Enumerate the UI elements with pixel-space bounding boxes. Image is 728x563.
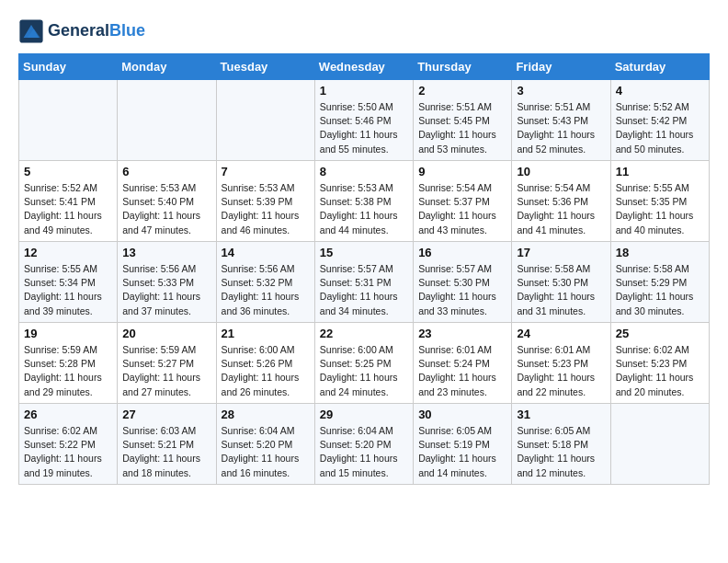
calendar-cell: 9Sunrise: 5:54 AM Sunset: 5:37 PM Daylig… xyxy=(414,161,512,242)
cell-detail: Sunrise: 5:51 AM Sunset: 5:43 PM Dayligh… xyxy=(517,100,605,156)
day-number: 15 xyxy=(320,246,408,259)
cell-detail: Sunrise: 5:59 AM Sunset: 5:27 PM Dayligh… xyxy=(122,343,210,399)
day-number: 14 xyxy=(222,246,310,259)
calendar-cell: 23Sunrise: 6:01 AM Sunset: 5:24 PM Dayli… xyxy=(414,323,512,404)
cell-detail: Sunrise: 5:54 AM Sunset: 5:37 PM Dayligh… xyxy=(418,181,506,237)
cell-detail: Sunrise: 6:04 AM Sunset: 5:20 PM Dayligh… xyxy=(222,424,310,480)
cell-detail: Sunrise: 6:00 AM Sunset: 5:26 PM Dayligh… xyxy=(222,343,310,399)
calendar-cell: 7Sunrise: 5:53 AM Sunset: 5:39 PM Daylig… xyxy=(216,161,314,242)
calendar-cell: 11Sunrise: 5:55 AM Sunset: 5:35 PM Dayli… xyxy=(610,161,709,242)
calendar-cell: 31Sunrise: 6:05 AM Sunset: 5:18 PM Dayli… xyxy=(512,404,610,485)
calendar-cell: 17Sunrise: 5:58 AM Sunset: 5:30 PM Dayli… xyxy=(512,242,610,323)
day-number: 21 xyxy=(222,327,310,340)
calendar-cell: 27Sunrise: 6:03 AM Sunset: 5:21 PM Dayli… xyxy=(118,404,216,485)
day-number: 1 xyxy=(320,84,408,98)
cell-detail: Sunrise: 6:00 AM Sunset: 5:25 PM Dayligh… xyxy=(320,343,408,399)
day-number: 2 xyxy=(418,84,506,98)
calendar-cell: 25Sunrise: 6:02 AM Sunset: 5:23 PM Dayli… xyxy=(610,323,709,404)
calendar-week-4: 19Sunrise: 5:59 AM Sunset: 5:28 PM Dayli… xyxy=(19,323,710,404)
day-number: 25 xyxy=(616,327,704,340)
weekday-header-tuesday: Tuesday xyxy=(216,54,314,80)
day-number: 11 xyxy=(616,165,704,178)
weekday-header-friday: Friday xyxy=(512,54,610,80)
cell-detail: Sunrise: 5:58 AM Sunset: 5:29 PM Dayligh… xyxy=(616,262,704,318)
cell-detail: Sunrise: 6:05 AM Sunset: 5:18 PM Dayligh… xyxy=(517,424,605,480)
calendar-cell: 2Sunrise: 5:51 AM Sunset: 5:45 PM Daylig… xyxy=(414,80,512,161)
weekday-header-wednesday: Wednesday xyxy=(314,54,413,80)
day-number: 13 xyxy=(122,246,210,259)
calendar-cell: 4Sunrise: 5:52 AM Sunset: 5:42 PM Daylig… xyxy=(610,80,709,161)
day-number: 30 xyxy=(418,408,506,421)
calendar-cell xyxy=(19,80,118,161)
cell-detail: Sunrise: 6:01 AM Sunset: 5:23 PM Dayligh… xyxy=(517,343,605,399)
day-number: 7 xyxy=(222,165,310,178)
weekday-header-thursday: Thursday xyxy=(414,54,512,80)
calendar-cell: 14Sunrise: 5:56 AM Sunset: 5:32 PM Dayli… xyxy=(216,242,314,323)
calendar-cell xyxy=(216,80,314,161)
day-number: 17 xyxy=(517,246,605,259)
cell-detail: Sunrise: 6:04 AM Sunset: 5:20 PM Dayligh… xyxy=(320,424,408,480)
cell-detail: Sunrise: 5:56 AM Sunset: 5:33 PM Dayligh… xyxy=(122,262,210,318)
logo: GeneralBlue xyxy=(18,18,145,44)
day-number: 6 xyxy=(122,165,210,178)
calendar-week-5: 26Sunrise: 6:02 AM Sunset: 5:22 PM Dayli… xyxy=(19,404,710,485)
calendar-cell: 12Sunrise: 5:55 AM Sunset: 5:34 PM Dayli… xyxy=(19,242,118,323)
day-number: 28 xyxy=(222,408,310,421)
cell-detail: Sunrise: 5:55 AM Sunset: 5:34 PM Dayligh… xyxy=(24,262,112,318)
calendar-week-2: 5Sunrise: 5:52 AM Sunset: 5:41 PM Daylig… xyxy=(19,161,710,242)
calendar-cell: 6Sunrise: 5:53 AM Sunset: 5:40 PM Daylig… xyxy=(118,161,216,242)
day-number: 9 xyxy=(418,165,506,178)
day-number: 16 xyxy=(418,246,506,259)
cell-detail: Sunrise: 5:53 AM Sunset: 5:39 PM Dayligh… xyxy=(222,181,310,237)
calendar-cell: 20Sunrise: 5:59 AM Sunset: 5:27 PM Dayli… xyxy=(118,323,216,404)
cell-detail: Sunrise: 5:53 AM Sunset: 5:38 PM Dayligh… xyxy=(320,181,408,237)
day-number: 12 xyxy=(24,246,112,259)
calendar-cell: 24Sunrise: 6:01 AM Sunset: 5:23 PM Dayli… xyxy=(512,323,610,404)
cell-detail: Sunrise: 5:55 AM Sunset: 5:35 PM Dayligh… xyxy=(616,181,704,237)
cell-detail: Sunrise: 6:05 AM Sunset: 5:19 PM Dayligh… xyxy=(418,424,506,480)
day-number: 3 xyxy=(517,84,605,98)
cell-detail: Sunrise: 5:53 AM Sunset: 5:40 PM Dayligh… xyxy=(122,181,210,237)
day-number: 27 xyxy=(122,408,210,421)
day-number: 4 xyxy=(616,84,704,98)
cell-detail: Sunrise: 5:57 AM Sunset: 5:30 PM Dayligh… xyxy=(418,262,506,318)
day-number: 24 xyxy=(517,327,605,340)
page-header: GeneralBlue xyxy=(18,18,710,44)
cell-detail: Sunrise: 5:51 AM Sunset: 5:45 PM Dayligh… xyxy=(418,100,506,156)
cell-detail: Sunrise: 5:52 AM Sunset: 5:42 PM Dayligh… xyxy=(616,100,704,156)
calendar-cell: 15Sunrise: 5:57 AM Sunset: 5:31 PM Dayli… xyxy=(314,242,413,323)
calendar-cell: 29Sunrise: 6:04 AM Sunset: 5:20 PM Dayli… xyxy=(314,404,413,485)
calendar-cell: 30Sunrise: 6:05 AM Sunset: 5:19 PM Dayli… xyxy=(414,404,512,485)
calendar-cell: 10Sunrise: 5:54 AM Sunset: 5:36 PM Dayli… xyxy=(512,161,610,242)
cell-detail: Sunrise: 5:56 AM Sunset: 5:32 PM Dayligh… xyxy=(222,262,310,318)
weekday-header-monday: Monday xyxy=(118,54,216,80)
cell-detail: Sunrise: 5:54 AM Sunset: 5:36 PM Dayligh… xyxy=(517,181,605,237)
calendar-week-3: 12Sunrise: 5:55 AM Sunset: 5:34 PM Dayli… xyxy=(19,242,710,323)
weekday-header-sunday: Sunday xyxy=(19,54,118,80)
day-number: 5 xyxy=(24,165,112,178)
day-number: 31 xyxy=(517,408,605,421)
cell-detail: Sunrise: 5:58 AM Sunset: 5:30 PM Dayligh… xyxy=(517,262,605,318)
calendar-cell xyxy=(610,404,709,485)
calendar-cell: 19Sunrise: 5:59 AM Sunset: 5:28 PM Dayli… xyxy=(19,323,118,404)
day-number: 8 xyxy=(320,165,408,178)
day-number: 26 xyxy=(24,408,112,421)
calendar-cell: 26Sunrise: 6:02 AM Sunset: 5:22 PM Dayli… xyxy=(19,404,118,485)
cell-detail: Sunrise: 6:01 AM Sunset: 5:24 PM Dayligh… xyxy=(418,343,506,399)
calendar-cell: 5Sunrise: 5:52 AM Sunset: 5:41 PM Daylig… xyxy=(19,161,118,242)
calendar-cell: 18Sunrise: 5:58 AM Sunset: 5:29 PM Dayli… xyxy=(610,242,709,323)
calendar-cell: 3Sunrise: 5:51 AM Sunset: 5:43 PM Daylig… xyxy=(512,80,610,161)
day-number: 19 xyxy=(24,327,112,340)
cell-detail: Sunrise: 6:02 AM Sunset: 5:23 PM Dayligh… xyxy=(616,343,704,399)
calendar-table: SundayMondayTuesdayWednesdayThursdayFrid… xyxy=(18,53,710,485)
calendar-cell: 13Sunrise: 5:56 AM Sunset: 5:33 PM Dayli… xyxy=(118,242,216,323)
cell-detail: Sunrise: 5:52 AM Sunset: 5:41 PM Dayligh… xyxy=(24,181,112,237)
day-number: 10 xyxy=(517,165,605,178)
logo-icon xyxy=(18,18,44,44)
calendar-cell: 21Sunrise: 6:00 AM Sunset: 5:26 PM Dayli… xyxy=(216,323,314,404)
logo-line1: GeneralBlue xyxy=(48,22,145,40)
cell-detail: Sunrise: 5:57 AM Sunset: 5:31 PM Dayligh… xyxy=(320,262,408,318)
calendar-cell xyxy=(118,80,216,161)
day-number: 22 xyxy=(320,327,408,340)
day-number: 18 xyxy=(616,246,704,259)
